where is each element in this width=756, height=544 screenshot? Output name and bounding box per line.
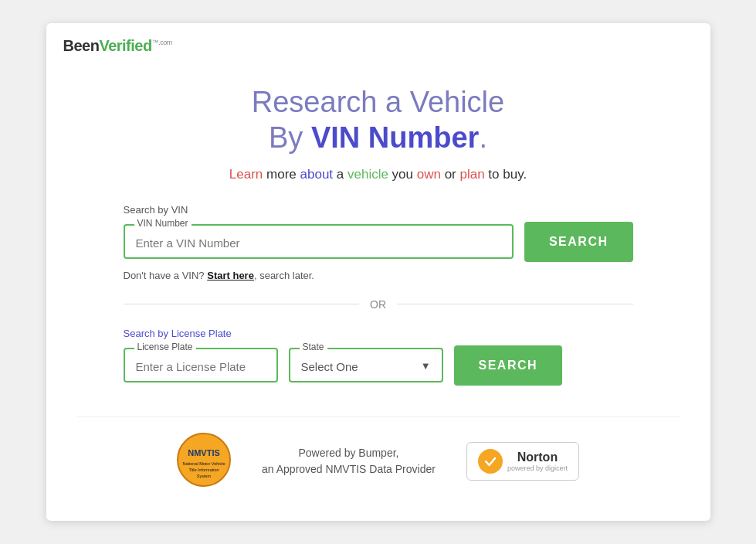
- powered-text: Powered by Bumper, an Approved NMVTIS Da…: [262, 445, 436, 478]
- vin-section-label: Search by VIN: [124, 204, 633, 216]
- lp-search-button[interactable]: SEARCH: [454, 345, 563, 386]
- divider-section: OR Search by License Plate License Plate…: [124, 298, 633, 386]
- state-select[interactable]: Select One Alabama Alaska Arizona Arkans…: [290, 349, 442, 381]
- lp-field-wrapper: License Plate: [124, 348, 278, 382]
- logo-been: Been: [63, 37, 100, 54]
- svg-text:System: System: [197, 474, 212, 478]
- no-vin-text: Don't have a VIN? Start here, search lat…: [124, 270, 633, 281]
- logo-com: .com: [158, 39, 172, 47]
- start-here-link[interactable]: Start here: [207, 270, 254, 281]
- state-field-wrapper: State Select One Alabama Alaska Arizona …: [289, 348, 443, 382]
- vin-input[interactable]: [125, 226, 512, 257]
- svg-text:National Motor Vehicle: National Motor Vehicle: [183, 461, 225, 466]
- footer-area: NMVTIS National Motor Vehicle Title Info…: [77, 416, 680, 490]
- nmvtis-badge-svg: NMVTIS National Motor Vehicle Title Info…: [177, 433, 231, 487]
- norton-label: Norton: [507, 450, 568, 464]
- vin-input-group: VIN Number SEARCH: [124, 222, 633, 262]
- svg-text:Title Information: Title Information: [188, 468, 219, 472]
- vin-field-wrapper: VIN Number: [124, 224, 514, 259]
- vin-field-label: VIN Number: [134, 218, 192, 229]
- headline-line1: Research a Vehicle: [77, 85, 680, 121]
- norton-check-icon: [478, 449, 503, 474]
- nmvtis-logo: NMVTIS National Motor Vehicle Title Info…: [177, 433, 231, 490]
- norton-sub: powered by digicert: [507, 464, 568, 472]
- norton-badge: Norton powered by digicert: [466, 442, 579, 481]
- svg-text:NMVTIS: NMVTIS: [188, 448, 220, 457]
- vin-search-section: Search by VIN VIN Number SEARCH Don't ha…: [124, 204, 633, 281]
- logo-verified: Verified: [99, 37, 151, 54]
- subheadline: Learn more about a vehicle you own or pl…: [77, 167, 680, 182]
- lp-section-label: Search by License Plate: [124, 328, 633, 339]
- vin-search-button[interactable]: SEARCH: [524, 222, 633, 262]
- main-content: Research a Vehicle By VIN Number. Learn …: [77, 85, 680, 489]
- logo: BeenVerified™.com: [63, 37, 172, 55]
- lp-input-row: License Plate State Select One Alabama A…: [124, 345, 633, 386]
- headline-line2: By VIN Number.: [77, 121, 680, 156]
- or-divider: OR: [124, 298, 633, 311]
- divider-text: OR: [359, 298, 397, 311]
- lp-input[interactable]: [125, 349, 276, 381]
- headline: Research a Vehicle By VIN Number.: [77, 85, 680, 155]
- lp-field-label: License Plate: [134, 342, 196, 352]
- logo-tm: ™: [152, 39, 159, 47]
- state-select-wrapper: Select One Alabama Alaska Arizona Arkans…: [290, 349, 442, 381]
